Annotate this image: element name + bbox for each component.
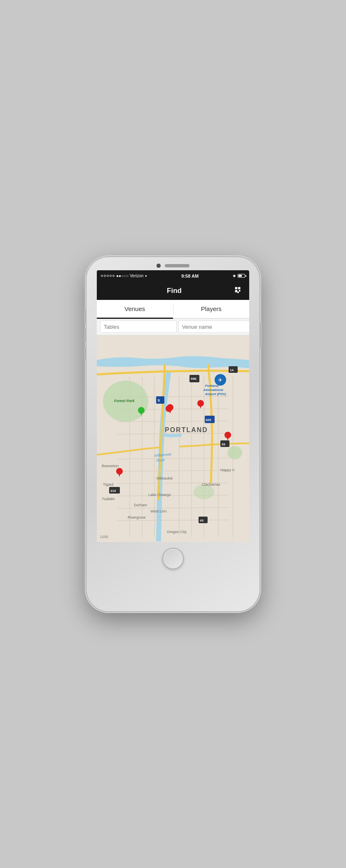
svg-text:Tigard: Tigard: [103, 482, 113, 487]
map-container[interactable]: Forest Park PORTLAND Willamette River Be…: [97, 335, 249, 542]
signal-dots: [101, 275, 115, 277]
svg-text:International: International: [203, 388, 224, 392]
tables-input[interactable]: [100, 321, 177, 333]
svg-text:43: 43: [200, 519, 203, 522]
status-right: ✱: [233, 274, 245, 278]
bluetooth-icon: ✱: [233, 274, 236, 278]
phone-screen: ●●○○○ Verizon ▾ 9:58 AM ✱ Find: [97, 270, 249, 542]
svg-text:210: 210: [110, 489, 116, 493]
phone-bottom: [162, 542, 184, 575]
svg-rect-3: [239, 290, 241, 292]
battery-fill: [238, 275, 242, 277]
svg-text:Happy V: Happy V: [220, 468, 235, 472]
svg-text:Clackamas: Clackamas: [202, 482, 220, 487]
svg-text:14: 14: [230, 368, 234, 372]
main-tab-bar: Venues Players: [97, 300, 249, 319]
svg-text:Legal: Legal: [100, 534, 108, 538]
svg-text:26: 26: [222, 442, 225, 446]
phone-top: [86, 257, 260, 270]
svg-text:Rivergrove: Rivergrove: [128, 515, 146, 519]
speaker: [165, 264, 189, 267]
home-button[interactable]: [162, 548, 184, 569]
front-camera: [157, 264, 161, 268]
svg-text:West Linn: West Linn: [150, 509, 167, 513]
signal-dot-1: [101, 275, 103, 277]
svg-text:✈: ✈: [218, 377, 222, 383]
svg-text:Airport (PDX): Airport (PDX): [205, 392, 226, 396]
search-area: List: [97, 319, 249, 335]
svg-text:Tualatin: Tualatin: [102, 497, 115, 501]
time-display: 9:58 AM: [181, 274, 199, 278]
phone-frame: ●●○○○ Verizon ▾ 9:58 AM ✱ Find: [86, 257, 260, 611]
svg-point-9: [194, 484, 214, 499]
map-svg: Forest Park PORTLAND Willamette River Be…: [97, 335, 249, 541]
svg-text:Forest Park: Forest Park: [114, 399, 135, 403]
svg-text:Beaverton: Beaverton: [102, 464, 119, 468]
svg-text:Portland: Portland: [205, 384, 219, 388]
svg-text:River: River: [156, 458, 166, 463]
venue-name-input[interactable]: [178, 321, 249, 333]
svg-rect-1: [235, 290, 238, 292]
svg-text:5: 5: [158, 398, 160, 402]
signal-dot-4: [110, 275, 112, 277]
svg-point-8: [227, 446, 242, 459]
signal-dot-2: [104, 275, 106, 277]
svg-rect-26: [156, 396, 164, 404]
svg-text:Milwaukie: Milwaukie: [157, 476, 173, 480]
svg-text:99E: 99E: [191, 377, 197, 381]
nav-bar: Find: [97, 282, 249, 300]
svg-text:PORTLAND: PORTLAND: [165, 426, 208, 433]
wifi-icon: ▾: [145, 274, 147, 278]
nav-title: Find: [167, 287, 182, 295]
svg-text:205: 205: [206, 418, 211, 422]
svg-rect-0: [235, 287, 238, 289]
status-left: ●●○○○ Verizon ▾: [101, 274, 147, 278]
svg-text:Durham: Durham: [134, 503, 147, 507]
svg-text:Lake Oswego: Lake Oswego: [148, 493, 171, 497]
signal-dot-3: [107, 275, 109, 277]
battery-icon: [238, 274, 245, 278]
svg-rect-4: [237, 291, 239, 293]
tab-venues[interactable]: Venues: [97, 300, 173, 318]
carrier-label: ●●○○○ Verizon: [116, 274, 143, 278]
alert-icon[interactable]: [234, 285, 243, 296]
svg-rect-2: [238, 287, 241, 289]
svg-text:Oregon City: Oregon City: [167, 530, 187, 534]
tab-players[interactable]: Players: [173, 300, 250, 318]
status-bar: ●●○○○ Verizon ▾ 9:58 AM ✱: [97, 270, 249, 282]
signal-dot-5: [112, 275, 115, 277]
camera-area: [157, 264, 189, 268]
